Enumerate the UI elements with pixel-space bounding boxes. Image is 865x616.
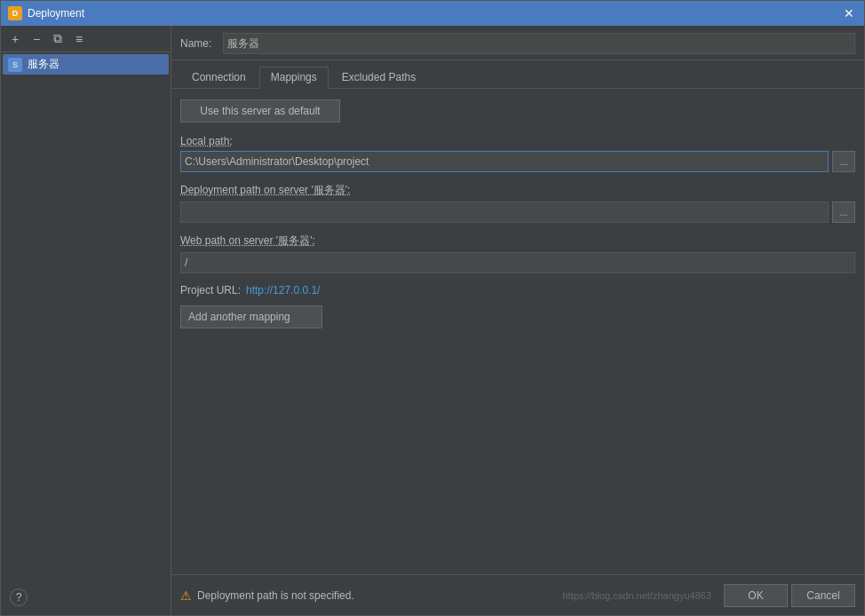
tab-excluded-paths[interactable]: Excluded Paths bbox=[330, 67, 427, 88]
use-default-button[interactable]: Use this server as default bbox=[180, 99, 340, 122]
help-area: ? bbox=[10, 588, 28, 606]
server-icon: S bbox=[8, 58, 22, 72]
local-path-browse-button[interactable]: ... bbox=[832, 151, 855, 172]
deployment-path-label: Deployment path on server '服务器': bbox=[180, 183, 855, 198]
warning-text: Deployment path is not specified. bbox=[197, 589, 354, 602]
name-row: Name: bbox=[171, 26, 864, 60]
remove-server-button[interactable]: − bbox=[28, 30, 45, 48]
local-path-row: ... bbox=[180, 151, 855, 172]
sidebar: + − ⧉ ≡ S 服务器 bbox=[1, 26, 171, 615]
dialog-body: + − ⧉ ≡ S 服务器 Name: Connection M bbox=[1, 26, 864, 615]
add-mapping-button[interactable]: Add another mapping bbox=[180, 305, 322, 328]
url-text: https://blog.csdn.net/zhangyu4863 bbox=[562, 590, 711, 601]
server-list: S 服务器 bbox=[1, 52, 171, 615]
add-server-button[interactable]: + bbox=[6, 30, 24, 48]
warning-icon: ⚠ bbox=[180, 588, 192, 603]
deployment-path-row: ... bbox=[180, 201, 855, 223]
tabs-bar: Connection Mappings Excluded Paths bbox=[171, 60, 864, 89]
cancel-button[interactable]: Cancel bbox=[791, 584, 855, 607]
web-path-label: Web path on server '服务器': bbox=[180, 233, 855, 249]
deployment-path-group: Deployment path on server '服务器': ... bbox=[180, 183, 855, 223]
title-bar: D Deployment ✕ bbox=[1, 1, 864, 26]
help-button[interactable]: ? bbox=[10, 588, 28, 606]
web-path-row bbox=[180, 252, 855, 273]
name-label: Name: bbox=[180, 37, 216, 50]
main-content: Name: Connection Mappings Excluded Paths… bbox=[171, 26, 864, 615]
deployment-path-browse-button[interactable]: ... bbox=[832, 201, 855, 223]
project-url-row: Project URL: http://127.0.0.1/ bbox=[180, 284, 855, 296]
deployment-path-input[interactable] bbox=[180, 201, 829, 223]
title-bar-left: D Deployment bbox=[8, 6, 84, 20]
local-path-input[interactable] bbox=[180, 151, 829, 172]
project-url-label: Project URL: bbox=[180, 284, 241, 296]
menu-server-button[interactable]: ≡ bbox=[70, 30, 88, 48]
web-path-group: Web path on server '服务器': bbox=[180, 233, 855, 273]
sidebar-item-server[interactable]: S 服务器 bbox=[3, 54, 169, 75]
dialog-title: Deployment bbox=[28, 7, 84, 20]
local-path-label: Local path: bbox=[180, 135, 855, 147]
name-input[interactable] bbox=[223, 33, 855, 54]
deployment-dialog: D Deployment ✕ + − ⧉ ≡ S 服务器 bbox=[0, 0, 865, 616]
bottom-bar: ⚠ Deployment path is not specified. http… bbox=[171, 574, 864, 615]
close-button[interactable]: ✕ bbox=[841, 5, 857, 21]
tab-content-mappings: Use this server as default Local path: .… bbox=[171, 89, 864, 574]
ok-button[interactable]: OK bbox=[724, 584, 788, 607]
app-icon: D bbox=[8, 6, 22, 20]
copy-server-button[interactable]: ⧉ bbox=[49, 30, 67, 48]
sidebar-item-label: 服务器 bbox=[28, 57, 60, 72]
warning-message: ⚠ Deployment path is not specified. bbox=[180, 588, 354, 603]
tab-mappings[interactable]: Mappings bbox=[259, 67, 329, 89]
tab-connection[interactable]: Connection bbox=[180, 67, 258, 88]
web-path-input[interactable] bbox=[180, 252, 855, 273]
sidebar-toolbar: + − ⧉ ≡ bbox=[1, 26, 171, 52]
local-path-group: Local path: ... bbox=[180, 135, 855, 172]
bottom-right: https://blog.csdn.net/zhangyu4863 OK Can… bbox=[562, 584, 855, 607]
project-url-link[interactable]: http://127.0.0.1/ bbox=[246, 284, 320, 296]
